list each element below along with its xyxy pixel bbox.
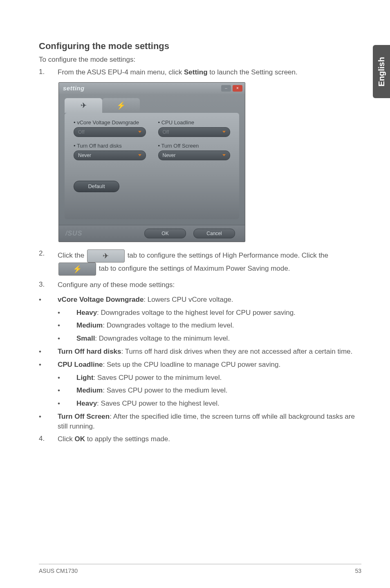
dialog-titlebar: setting – ×	[59, 83, 245, 94]
bullet-icon: •	[58, 399, 65, 408]
chevron-down-icon	[222, 131, 226, 133]
step-body: Click OK to apply the settings made.	[58, 435, 361, 444]
text: to apply the settings made.	[85, 435, 170, 443]
step-2: 2. Click the ✈ tab to configure the sett…	[39, 249, 361, 276]
step-number: 1.	[39, 68, 46, 76]
text: : Saves CPU power to the highest level.	[97, 399, 220, 407]
bullet-icon: •	[39, 412, 46, 422]
bold-text: Heavy	[76, 399, 97, 407]
step-3: 3. Configure any of these mode settings:	[39, 281, 361, 290]
step-body: From the ASUS EPU-4 main menu, click Set…	[58, 68, 361, 77]
text: : Sets up the CPU loadline to manage CPU…	[103, 361, 281, 368]
language-tab: English	[373, 45, 390, 98]
bold-text: Medium	[76, 386, 103, 394]
text: : Downgrades voltage to the minimum leve…	[95, 334, 230, 342]
footer-divider	[39, 564, 361, 564]
mode-tabs: ✈ ⚡	[59, 94, 245, 113]
default-button[interactable]: Default	[74, 181, 119, 192]
inline-tab-hp-icon: ✈	[87, 249, 125, 263]
step-body: Click the ✈ tab to configure the setting…	[58, 249, 361, 276]
text: tab to configure the settings of High Pe…	[126, 251, 328, 259]
text: : Downgrades voltage to the medium level…	[103, 321, 234, 329]
bold-text: Turn Off hard disks	[58, 348, 121, 355]
bold-text: OK	[75, 435, 85, 443]
screen-label: Turn Off Screen	[158, 143, 231, 149]
text: From the ASUS EPU-4 main menu, click	[58, 68, 184, 76]
vcore-label: vCore Voltage Downgrade	[74, 119, 146, 126]
inline-tab-ps-icon: ⚡	[58, 263, 96, 276]
section-heading: Configuring the mode settings	[39, 41, 361, 52]
bullet-icon: •	[58, 334, 65, 343]
hdd-select[interactable]: Never	[74, 150, 146, 160]
bullet-vcore: • vCore Voltage Downgrade: Lowers CPU vC…	[39, 295, 361, 305]
bold-text: vCore Voltage Downgrade	[58, 296, 143, 303]
step-number: 2.	[39, 249, 46, 258]
step-body: Configure any of these mode settings:	[58, 281, 361, 290]
tab-high-performance[interactable]: ✈	[65, 98, 102, 113]
chevron-down-icon	[138, 154, 141, 156]
text: : Lowers CPU vCore voltage.	[143, 296, 233, 303]
bullet-cpu-light: • Light: Saves CPU power to the minimum …	[39, 373, 361, 383]
bullet-icon: •	[39, 347, 46, 357]
bullet-icon: •	[58, 386, 65, 395]
cpu-loadline-select[interactable]: Off	[158, 127, 231, 137]
intro-text: To configure the mode settings:	[39, 56, 361, 64]
bullet-cpu-loadline: • CPU Loadline: Sets up the CPU loadline…	[39, 360, 361, 370]
text: tab to configure the settings of Maximum…	[97, 265, 290, 272]
screen-select[interactable]: Never	[158, 150, 231, 160]
text: Click	[58, 435, 75, 443]
bullet-icon: •	[39, 295, 46, 305]
footer-page-number: 53	[355, 568, 361, 574]
bullet-icon: •	[58, 321, 65, 330]
bold-text: Heavy	[76, 309, 97, 316]
bullet-icon: •	[58, 373, 65, 383]
minimize-button[interactable]: –	[221, 85, 231, 92]
airplane-icon: ✈	[81, 101, 87, 110]
settings-panel: vCore Voltage Downgrade Off CPU Loadline…	[65, 113, 239, 219]
setting-dialog-screenshot: setting – × ✈ ⚡ vCore Voltage Downgrade …	[58, 82, 245, 242]
bullet-cpu-heavy: • Heavy: Saves CPU power to the highest …	[39, 399, 361, 408]
screen-value: Never	[163, 153, 176, 158]
bullet-cpu-medium: • Medium: Saves CPU power to the medium …	[39, 386, 361, 395]
text: to launch the Setting screen.	[208, 68, 298, 76]
cpu-loadline-value: Off	[163, 129, 169, 135]
chevron-down-icon	[138, 131, 141, 133]
hdd-label: Turn Off hard disks	[74, 143, 146, 149]
cancel-button[interactable]: Cancel	[193, 229, 235, 238]
step-1: 1. From the ASUS EPU-4 main menu, click …	[39, 68, 361, 77]
dialog-footer: /SUS OK Cancel	[59, 225, 245, 242]
page-footer: ASUS CM1730 53	[39, 568, 361, 574]
step-number: 3.	[39, 281, 46, 289]
hdd-value: Never	[78, 153, 91, 158]
text: : Turns off hard disk drives when they a…	[121, 348, 353, 355]
asus-logo: /SUS	[65, 230, 82, 237]
text: : Saves CPU power to the medium level.	[103, 386, 227, 394]
text: Click the	[58, 251, 86, 259]
bold-text: Setting	[184, 68, 208, 76]
ok-button[interactable]: OK	[144, 229, 186, 238]
dialog-title: setting	[63, 85, 85, 92]
bold-text: Medium	[76, 321, 103, 329]
bullet-hdd: • Turn Off hard disks: Turns off hard di…	[39, 347, 361, 357]
cpu-loadline-label: CPU Loadline	[158, 119, 231, 126]
language-label: English	[377, 57, 386, 86]
bullet-icon: •	[58, 308, 65, 318]
tab-power-saving[interactable]: ⚡	[102, 98, 140, 113]
close-button[interactable]: ×	[233, 85, 242, 92]
vcore-value: Off	[78, 129, 85, 135]
bullet-screen: • Turn Off Screen: After the specified i…	[39, 412, 361, 431]
bullet-vcore-medium: • Medium: Downgrades voltage to the medi…	[39, 321, 361, 330]
step-number: 4.	[39, 435, 46, 443]
vcore-select[interactable]: Off	[74, 127, 146, 137]
bullet-icon: •	[39, 360, 46, 370]
bold-text: Turn Off Screen	[58, 413, 110, 420]
text: : Downgrades voltage to the highest leve…	[97, 309, 296, 316]
bold-text: Small	[76, 334, 95, 342]
bold-text: Light	[76, 374, 94, 382]
bullet-vcore-heavy: • Heavy: Downgrades voltage to the highe…	[39, 308, 361, 318]
power-icon: ⚡	[117, 101, 126, 110]
bold-text: CPU Loadline	[58, 361, 103, 368]
chevron-down-icon	[222, 154, 226, 156]
step-4: 4. Click OK to apply the settings made.	[39, 435, 361, 444]
bullet-vcore-small: • Small: Downgrades voltage to the minim…	[39, 334, 361, 343]
